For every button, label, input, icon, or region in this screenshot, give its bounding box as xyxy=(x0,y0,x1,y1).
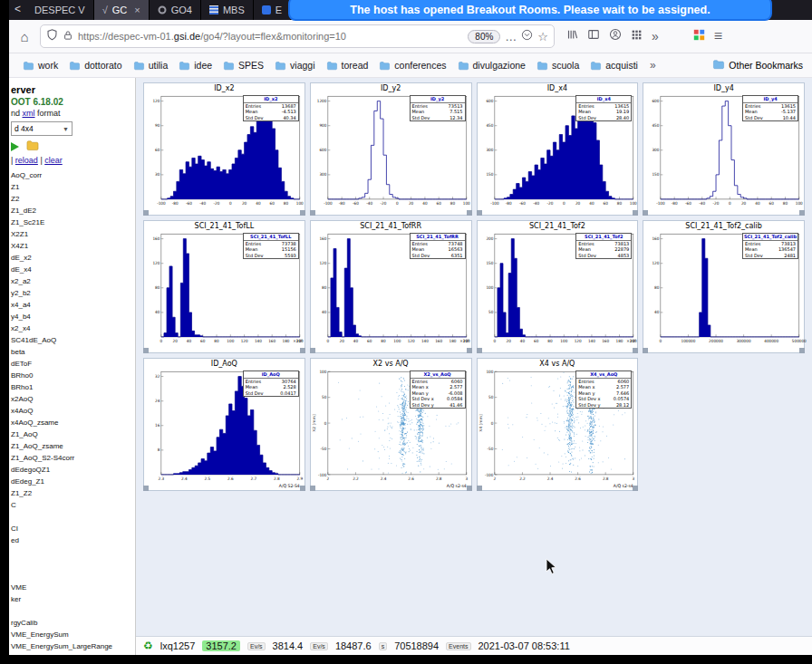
bookmark-conferences[interactable]: conferences xyxy=(374,58,450,72)
plot-panel-SCI_21_41_Tof2[interactable]: SCI_21_41_Tof202040608010012014016018020… xyxy=(477,220,639,353)
open-folder-icon[interactable] xyxy=(25,139,40,155)
reload-link[interactable]: reload xyxy=(15,156,38,165)
bookmark-viaggi[interactable]: viaggi xyxy=(270,58,319,72)
bookmark-divulgazione[interactable]: divulgazione xyxy=(453,58,530,72)
tab-e[interactable]: E xyxy=(254,0,291,20)
xml-link[interactable]: xml xyxy=(23,109,35,118)
tree-item-x4_a4[interactable]: x4_a4 xyxy=(11,299,135,311)
bookmark-utilia[interactable]: utilia xyxy=(129,58,173,72)
plot-panel-X2-vs-A-Q[interactable]: X2 vs A/Q22.22.42.62.83A/Q s2-s4X2 [mm]-… xyxy=(310,358,472,491)
tree-item-rgyCalib[interactable]: rgyCalib xyxy=(11,617,135,629)
tree-item-x2AoQ[interactable]: x2AoQ xyxy=(11,393,135,405)
extension-icon[interactable] xyxy=(693,28,705,44)
plot-panel-ID_AoQ[interactable]: ID_AoQ2.32.42.52.62.72.82.9A/Q S2-S48162… xyxy=(143,358,305,491)
grid-icon[interactable] xyxy=(631,28,643,44)
stats-box[interactable]: ID_x2Entries13687Mean-4.513Std Dev40.34 xyxy=(243,95,299,121)
tree-item-x4AoQ_zsame[interactable]: x4AoQ_zsame xyxy=(11,417,135,428)
plot-panel-SCI_21_41_TofRR[interactable]: SCI_21_41_TofRR0204060801001201401601802… xyxy=(310,220,472,353)
resize-handle-left[interactable] xyxy=(643,348,648,353)
resize-handle-left[interactable] xyxy=(477,210,482,216)
tree-item-dE_x2[interactable]: dE_x2 xyxy=(11,252,135,264)
clear-link[interactable]: clear xyxy=(44,156,63,165)
stats-box[interactable]: ID_AoQEntries30764Mean2.528Std Dev0.0417 xyxy=(243,370,299,397)
stats-box[interactable]: SCI_21_41_Tof2Entries73813Mean22879Std D… xyxy=(575,233,632,259)
status-refresh-icon[interactable]: ♻ xyxy=(143,640,153,651)
bookmark-SPES[interactable]: SPES xyxy=(218,58,268,72)
plot-panel-SCI_21_41_Tof2_calib[interactable]: SCI_21_41_Tof2_calib01000002000003000004… xyxy=(643,220,805,353)
bookmark-scuola[interactable]: scuola xyxy=(532,58,584,72)
resize-handle-left[interactable] xyxy=(143,210,149,216)
resize-handle-right[interactable] xyxy=(467,348,472,353)
resize-handle-right[interactable] xyxy=(799,210,805,216)
tree-item-CI[interactable]: CI xyxy=(11,523,135,534)
library-icon[interactable] xyxy=(566,28,578,44)
stats-box[interactable]: SCI_21_41_TofLLEntries73738Mean15156Std … xyxy=(243,233,299,259)
tree-item-dEToF[interactable]: dEToF xyxy=(11,358,135,370)
resize-handle-right[interactable] xyxy=(300,348,305,353)
resize-handle-right[interactable] xyxy=(300,210,305,216)
tree-item-x4AoQ[interactable]: x4AoQ xyxy=(11,405,135,417)
stats-box[interactable]: X4_vs_AoQEntries6060Mean x2.577Mean y7.6… xyxy=(575,370,632,409)
tree-item-Z2[interactable]: Z2 xyxy=(11,193,135,205)
sidebar-toggle-icon[interactable] xyxy=(587,28,600,44)
tree-item-y2_b2[interactable]: y2_b2 xyxy=(11,287,135,299)
resize-handle-left[interactable] xyxy=(477,348,482,353)
tab-gc[interactable]: √GC× xyxy=(94,0,150,20)
stats-box[interactable]: X2_vs_AoQEntries6060Mean x2.577Mean y-6.… xyxy=(410,370,466,409)
stats-box[interactable]: ID_y2Entries73513Mean7.515Std Dev12.34 xyxy=(410,95,466,121)
tree-item-AoQ_corr[interactable]: AoQ_corr xyxy=(11,169,135,181)
resize-handle-right[interactable] xyxy=(467,486,472,491)
bookmark-work[interactable]: work xyxy=(18,58,63,72)
tree-item-VME_EnergySum_LargeRange[interactable]: VME_EnergySum_LargeRange xyxy=(11,640,135,652)
tree-item-BRho1[interactable]: BRho1 xyxy=(11,381,135,393)
tree-item-X2Z1[interactable]: X2Z1 xyxy=(11,228,135,240)
tree-item-x2_a2[interactable]: x2_a2 xyxy=(11,275,135,287)
tab-close-icon[interactable]: × xyxy=(134,5,140,15)
menu-hamburger-icon[interactable]: ≡ xyxy=(714,28,722,44)
tree-item-y4_b4[interactable]: y4_b4 xyxy=(11,311,135,322)
zoom-level-button[interactable]: 80% xyxy=(468,30,500,43)
tree-item-x2_x4[interactable]: x2_x4 xyxy=(11,322,135,334)
resize-handle-right[interactable] xyxy=(633,486,638,491)
tree-item-Z1_AoQ[interactable]: Z1_AoQ xyxy=(11,428,135,440)
plot-panel-ID_y4[interactable]: ID_y4-100-80-60-40-200204060801001503004… xyxy=(643,82,805,216)
resize-handle-right[interactable] xyxy=(633,348,638,353)
tree-item-VME[interactable]: VME xyxy=(11,582,135,593)
tab-mbs[interactable]: MBS xyxy=(201,0,254,20)
monitor-play-button[interactable] xyxy=(11,142,19,151)
tree-item-Z1_Sc21E[interactable]: Z1_Sc21E xyxy=(11,217,135,228)
tree-item-dEdegoQZ1[interactable]: dEdegoQZ1 xyxy=(11,464,135,476)
tree-item-Z1_AoQ_S2-S4corr[interactable]: Z1_AoQ_S2-S4corr xyxy=(11,452,135,464)
tree-item-beta[interactable]: beta xyxy=(11,346,135,358)
tree-item-ker[interactable]: ker xyxy=(11,593,135,605)
stats-box[interactable]: SCI_21_41_Tof2_calibEntries73813Mean1365… xyxy=(742,233,798,259)
tree-item-VME_EnergySum[interactable]: VME_EnergySum xyxy=(11,629,135,640)
resize-handle-left[interactable] xyxy=(643,210,648,216)
resize-handle-left[interactable] xyxy=(310,348,315,353)
account-icon[interactable] xyxy=(609,28,622,44)
tree-item-dE_x4[interactable]: dE_x4 xyxy=(11,264,135,275)
home-icon[interactable]: ⌂ xyxy=(14,29,34,44)
resize-handle-left[interactable] xyxy=(477,486,482,491)
tab-despec-v[interactable]: DESPEC V xyxy=(26,0,94,20)
tree-item-ed[interactable]: ed xyxy=(11,534,135,546)
lock-icon[interactable] xyxy=(63,28,73,44)
pocket-icon[interactable] xyxy=(521,28,533,44)
tab-go4[interactable]: GO4 xyxy=(150,0,201,20)
toolbar-overflow-icon[interactable]: » xyxy=(652,29,659,43)
resize-handle-right[interactable] xyxy=(799,348,805,353)
resize-handle-right[interactable] xyxy=(467,210,472,216)
other-bookmarks-button[interactable]: Other Bookmarks xyxy=(712,59,803,72)
bookmarks-overflow-icon[interactable]: » xyxy=(644,59,662,72)
resize-handle-left[interactable] xyxy=(310,486,315,491)
resize-handle-right[interactable] xyxy=(633,210,638,216)
bookmark-star-icon[interactable]: ☆ xyxy=(537,30,548,43)
plot-panel-X4-vs-A-Q[interactable]: X4 vs A/Q22.22.42.62.83A/Q s2-s4X4 [mm]-… xyxy=(477,358,639,491)
resize-handle-left[interactable] xyxy=(310,210,315,216)
stats-box[interactable]: SCI_21_41_TofRREntries73748Mean16563Std … xyxy=(410,233,466,259)
tree-item-Z1_Z2[interactable]: Z1_Z2 xyxy=(11,487,135,499)
tree-item-BRho0[interactable]: BRho0 xyxy=(11,370,135,381)
bookmark-dottorato[interactable]: dottorato xyxy=(64,58,126,72)
tree-item-Z1[interactable]: Z1 xyxy=(11,181,135,193)
plot-panel-ID_x2[interactable]: ID_x2-100-80-60-40-200204060801003060901… xyxy=(143,82,305,216)
